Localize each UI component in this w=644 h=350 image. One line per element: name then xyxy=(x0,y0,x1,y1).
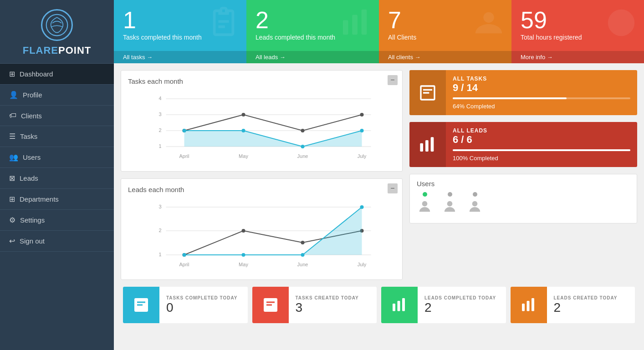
users-row xyxy=(417,192,630,218)
users-section: Users xyxy=(409,174,637,223)
stat-clients-footer[interactable]: All clients → xyxy=(379,51,511,63)
mini-tasks-completed-label: TASKS COMPLETED TODAY xyxy=(166,295,237,300)
stat-hours-bg-icon xyxy=(605,7,637,46)
user-icon-3 xyxy=(467,198,483,218)
sidebar-item-tasks[interactable]: ☰ Tasks xyxy=(0,126,114,147)
mini-tasks-completed-icon xyxy=(123,287,159,323)
clients-icon: 🏷 xyxy=(9,112,16,120)
users-section-title: Users xyxy=(417,180,630,188)
svg-text:July: July xyxy=(358,153,367,159)
mini-card-leads-created: LEADS CREATED TODAY 2 xyxy=(511,287,635,323)
all-leads-progress-bg xyxy=(453,149,630,151)
mini-card-tasks-created: TASKS CREATED TODAY 3 xyxy=(252,287,377,323)
app-logo-text: FLAREPOINT xyxy=(23,45,92,56)
sidebar-item-leads[interactable]: ⊠ Leads xyxy=(0,168,114,189)
mini-tasks-completed-value: 0 xyxy=(166,300,237,315)
svg-point-49 xyxy=(422,201,428,207)
leads-chart-collapse-button[interactable]: − xyxy=(388,183,398,193)
charts-column: Tasks each month − 4 3 2 1 April May xyxy=(121,70,403,280)
leads-chart-svg: 3 2 1 April May June July xyxy=(128,198,395,271)
svg-point-50 xyxy=(447,201,453,207)
svg-text:May: May xyxy=(239,262,248,267)
svg-point-43 xyxy=(242,253,245,257)
svg-point-19 xyxy=(242,113,245,117)
svg-text:1: 1 xyxy=(158,143,161,149)
svg-text:May: May xyxy=(239,153,248,159)
svg-point-42 xyxy=(183,253,186,257)
tasks-chart-card: Tasks each month − 4 3 2 1 April May xyxy=(121,70,403,172)
svg-point-25 xyxy=(301,145,305,148)
signout-icon: ↩ xyxy=(9,237,15,245)
mini-tasks-completed-content: TASKS COMPLETED TODAY 0 xyxy=(159,291,244,320)
mini-leads-completed-content: LEADS COMPLETED TODAY 2 xyxy=(418,291,503,320)
svg-text:2: 2 xyxy=(158,228,161,233)
sidebar-item-signout[interactable]: ↩ Sign out xyxy=(0,231,114,252)
stat-leads-footer[interactable]: All leads → xyxy=(246,51,379,63)
svg-rect-57 xyxy=(532,298,534,311)
user-avatar-3 xyxy=(467,192,483,218)
svg-point-4 xyxy=(483,12,494,23)
svg-rect-55 xyxy=(522,304,525,311)
mini-leads-created-content: LEADS CREATED TODAY 2 xyxy=(547,291,624,320)
settings-icon: ⚙ xyxy=(9,216,15,224)
mini-tasks-created-icon xyxy=(252,287,289,323)
stat-leads-bg-icon xyxy=(340,7,372,46)
dashboard-icon: ⊞ xyxy=(9,70,15,78)
sidebar: FLAREPOINT ⊞ Dashboard 👤 Profile 🏷 Clien… xyxy=(0,0,114,350)
all-leads-content: ALL LEADS 6 / 6 100% Completed xyxy=(446,122,637,167)
svg-rect-54 xyxy=(402,298,405,311)
mini-leads-completed-value: 2 xyxy=(424,300,496,315)
mini-leads-created-icon xyxy=(511,287,547,323)
stat-clients-bg-icon xyxy=(473,7,505,46)
svg-rect-46 xyxy=(420,143,423,151)
mini-leads-completed-label: LEADS COMPLETED TODAY xyxy=(424,295,496,300)
svg-text:3: 3 xyxy=(158,204,161,209)
leads-icon: ⊠ xyxy=(9,174,15,183)
mini-leads-created-label: LEADS CREATED TODAY xyxy=(554,295,618,300)
leads-chart-title: Leads each month xyxy=(128,186,395,193)
mini-card-tasks-completed: TASKS COMPLETED TODAY 0 xyxy=(123,287,248,323)
mini-tasks-created-label: TASKS CREATED TODAY xyxy=(296,295,359,300)
stat-hours-footer[interactable]: More info → xyxy=(511,51,644,63)
svg-point-51 xyxy=(472,201,478,207)
mini-leads-completed-icon xyxy=(381,287,418,323)
svg-text:April: April xyxy=(179,262,189,267)
stat-card-clients: 7 All Clients All clients → xyxy=(379,0,511,63)
all-leads-summary: ALL LEADS 6 / 6 100% Completed xyxy=(409,122,637,167)
svg-point-44 xyxy=(301,253,305,257)
sidebar-item-users[interactable]: 👥 Users xyxy=(0,147,114,168)
mini-card-leads-completed: LEADS COMPLETED TODAY 2 xyxy=(381,287,506,323)
right-column: ALL TASKS 9 / 14 64% Completed xyxy=(409,70,637,280)
sidebar-item-dashboard[interactable]: ⊞ Dashboard xyxy=(0,64,114,85)
mini-leads-created-value: 2 xyxy=(554,300,618,315)
svg-rect-48 xyxy=(431,137,434,152)
sidebar-item-settings[interactable]: ⚙ Settings xyxy=(0,210,114,231)
sidebar-item-profile[interactable]: 👤 Profile xyxy=(0,85,114,106)
svg-rect-56 xyxy=(526,301,529,311)
stat-tasks-footer[interactable]: All tasks → xyxy=(114,51,246,63)
user-avatar-1 xyxy=(417,192,433,218)
profile-icon: 👤 xyxy=(9,91,18,99)
svg-text:1: 1 xyxy=(158,252,161,257)
tasks-chart-svg: 4 3 2 1 April May June July xyxy=(128,90,395,162)
sidebar-item-departments[interactable]: ⊞ Departments xyxy=(0,189,114,210)
users-icon: 👥 xyxy=(9,153,18,162)
tasks-chart-collapse-button[interactable]: − xyxy=(388,75,398,85)
sidebar-item-clients[interactable]: 🏷 Clients xyxy=(0,106,114,126)
all-leads-count: 6 / 6 xyxy=(453,134,630,146)
user-icon-2 xyxy=(442,198,458,218)
mini-tasks-created-value: 3 xyxy=(296,300,359,315)
all-leads-icon xyxy=(409,122,446,167)
svg-rect-47 xyxy=(425,140,429,152)
svg-text:July: July xyxy=(358,262,367,267)
dashboard-body: Tasks each month − 4 3 2 1 April May xyxy=(114,63,644,287)
tasks-icon: ☰ xyxy=(9,132,15,141)
user-status-dot-3 xyxy=(473,192,477,197)
all-tasks-label: ALL TASKS xyxy=(453,76,630,82)
all-leads-label: ALL LEADS xyxy=(453,127,630,134)
svg-text:3: 3 xyxy=(158,112,161,117)
svg-point-23 xyxy=(183,129,186,132)
svg-text:April: April xyxy=(179,153,189,159)
all-tasks-percent: 64% Completed xyxy=(453,103,630,110)
svg-text:4: 4 xyxy=(158,96,161,101)
